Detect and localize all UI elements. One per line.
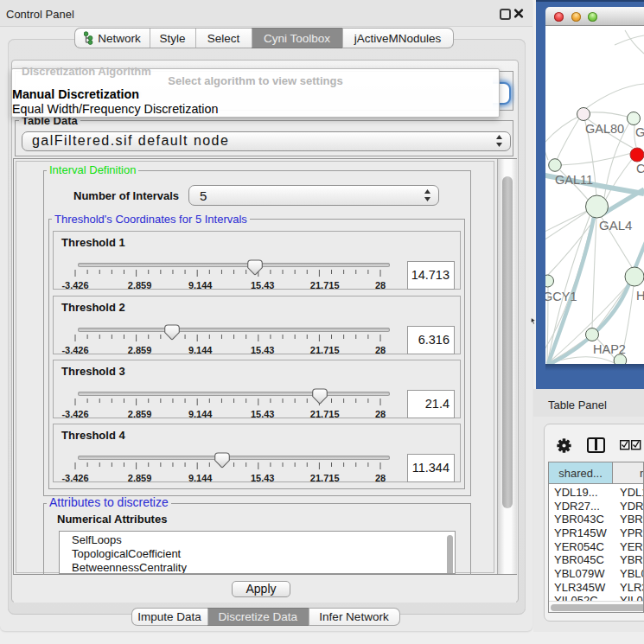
svg-text:GAL80: GAL80: [585, 122, 624, 136]
svg-text:GAL11: GAL11: [555, 173, 593, 187]
svg-text:GCY1: GCY1: [545, 290, 577, 303]
svg-text:HAP2: HAP2: [593, 342, 626, 356]
svg-text:C: C: [636, 162, 644, 175]
svg-text:H: H: [636, 289, 644, 303]
svg-text:GAL4: GAL4: [599, 218, 632, 233]
svg-text:GA: GA: [635, 125, 644, 139]
